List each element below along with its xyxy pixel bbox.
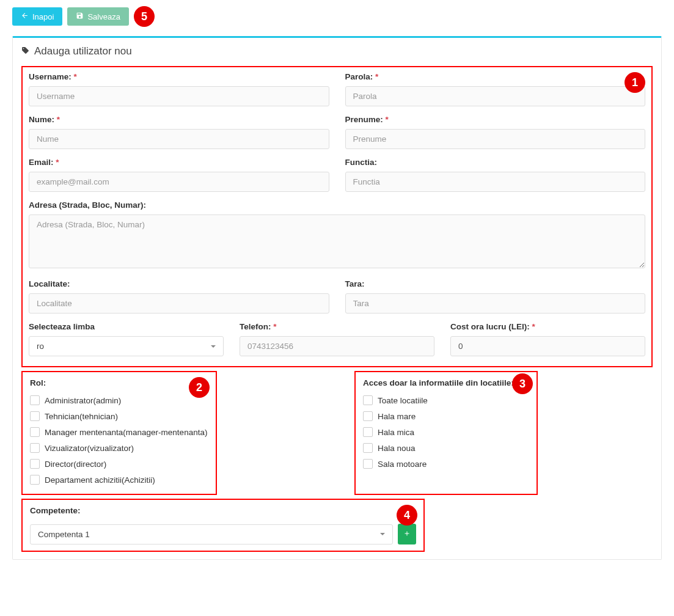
back-button-label: Inapoi — [32, 12, 54, 21]
section-user-data: 1 Username: * Parola: * Nume: * Prenume:… — [21, 66, 653, 367]
username-label: Username: * — [29, 72, 329, 81]
checkbox[interactable] — [30, 427, 40, 437]
plus-icon — [403, 530, 411, 539]
section-acces: 3 Acces doar la informatiile din locatii… — [354, 371, 538, 495]
competente-label: Competente: — [30, 506, 416, 515]
rol-label: Rol: — [30, 378, 208, 387]
email-input[interactable] — [29, 172, 329, 192]
annotation-badge-4: 4 — [397, 505, 417, 526]
adresa-textarea[interactable] — [29, 215, 645, 268]
rol-item-vizualizator: Vizualizator(vizualizator) — [30, 440, 208, 456]
acces-item-hala-noua: Hala noua — [363, 440, 529, 456]
acces-item-sala-motoare: Sala motoare — [363, 456, 529, 472]
functia-label: Functia: — [345, 158, 646, 167]
annotation-badge-1: 1 — [625, 72, 645, 93]
chevron-down-icon — [211, 345, 216, 348]
nume-label: Nume: * — [29, 115, 329, 124]
save-icon — [76, 12, 84, 21]
prenume-input[interactable] — [345, 129, 646, 149]
limba-select[interactable]: ro — [29, 336, 224, 356]
chevron-down-icon — [380, 533, 385, 535]
rol-item-manager: Manager mentenanta(manager-mentenanta) — [30, 424, 208, 440]
panel: Adauga utilizator nou 1 Username: * Paro… — [12, 36, 662, 560]
adresa-label: Adresa (Strada, Bloc, Numar): — [29, 200, 645, 210]
checkbox[interactable] — [30, 411, 40, 421]
localitate-input[interactable] — [29, 293, 329, 314]
save-button[interactable]: Salveaza — [67, 7, 128, 26]
checkbox[interactable] — [30, 459, 40, 469]
checkbox[interactable] — [30, 443, 40, 453]
annotation-badge-3: 3 — [512, 373, 533, 394]
telefon-label: Telefon: * — [240, 322, 434, 331]
functia-input[interactable] — [345, 172, 646, 192]
acces-item-hala-mare: Hala mare — [363, 408, 529, 424]
parola-input[interactable] — [345, 86, 646, 106]
acces-list: Toate locatiile Hala mare Hala mica Hala… — [363, 392, 529, 472]
checkbox[interactable] — [363, 459, 373, 469]
competente-select[interactable]: Competenta 1 — [30, 524, 393, 544]
save-button-label: Salveaza — [87, 12, 120, 21]
checkbox[interactable] — [30, 395, 40, 405]
cost-input[interactable] — [450, 336, 645, 356]
limba-label: Selecteaza limba — [29, 322, 224, 331]
email-label: Email: * — [29, 158, 329, 167]
tara-label: Tara: — [345, 279, 646, 288]
acces-item-toate: Toate locatiile — [363, 392, 529, 408]
parola-label: Parola: * — [345, 72, 646, 81]
add-competenta-button[interactable] — [398, 524, 416, 544]
checkbox[interactable] — [363, 395, 373, 405]
rol-item-admin: Administrator(admin) — [30, 392, 208, 408]
section-rol: 2 Rol: Administrator(admin) Tehnician(te… — [21, 371, 217, 495]
tag-icon — [21, 45, 29, 57]
prenume-label: Prenume: * — [345, 115, 646, 124]
acces-label: Acces doar la informatiile din locatiile… — [363, 378, 529, 387]
rol-item-achizitii: Departament achizitii(Achizitii) — [30, 472, 208, 488]
arrow-left-icon — [21, 12, 29, 21]
checkbox[interactable] — [363, 411, 373, 421]
toolbar: Inapoi Salveaza 5 — [12, 6, 662, 27]
annotation-badge-2: 2 — [189, 377, 210, 398]
annotation-badge-5: 5 — [134, 6, 155, 27]
competente-value: Competenta 1 — [38, 530, 90, 539]
checkbox[interactable] — [363, 427, 373, 437]
limba-value: ro — [37, 342, 44, 351]
panel-title-text: Adauga utilizator nou — [34, 45, 132, 57]
username-input[interactable] — [29, 86, 329, 106]
back-button[interactable]: Inapoi — [12, 7, 62, 26]
telefon-input[interactable] — [240, 336, 434, 356]
nume-input[interactable] — [29, 129, 329, 149]
rol-item-director: Director(director) — [30, 456, 208, 472]
checkbox[interactable] — [363, 443, 373, 453]
tara-input[interactable] — [345, 293, 646, 314]
checkbox[interactable] — [30, 475, 40, 485]
localitate-label: Localitate: — [29, 279, 329, 288]
rol-list: Administrator(admin) Tehnician(tehnician… — [30, 392, 208, 488]
section-competente: 4 Competente: Competenta 1 — [21, 499, 425, 552]
rol-item-tehnician: Tehnician(tehnician) — [30, 408, 208, 424]
panel-title: Adauga utilizator nou — [21, 45, 653, 57]
acces-item-hala-mica: Hala mica — [363, 424, 529, 440]
cost-label: Cost ora lucru (LEI): * — [450, 322, 645, 331]
